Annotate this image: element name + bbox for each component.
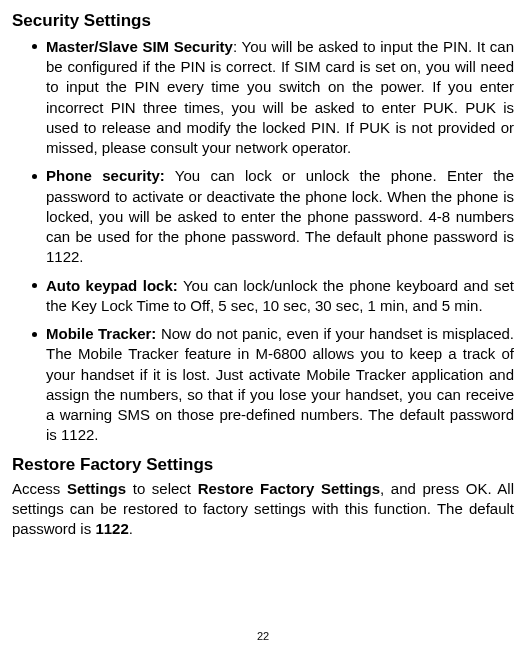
item-label: Mobile Tracker: bbox=[46, 325, 156, 342]
bullet-icon bbox=[32, 332, 37, 337]
item-label: Master/Slave SIM Security bbox=[46, 38, 233, 55]
bullet-icon bbox=[32, 174, 37, 179]
para-bold: 1122 bbox=[95, 520, 128, 537]
bullet-icon bbox=[32, 283, 37, 288]
bullet-icon bbox=[32, 44, 37, 49]
list-item: Phone security: You can lock or unlock t… bbox=[32, 166, 514, 267]
item-body: You will be asked to input the PIN. It c… bbox=[46, 38, 514, 156]
list-item: Auto keypad lock: You can lock/unlock th… bbox=[32, 276, 514, 317]
item-body: Now do not panic, even if your handset i… bbox=[46, 325, 514, 443]
para-text: . bbox=[129, 520, 133, 537]
security-settings-heading: Security Settings bbox=[12, 10, 514, 33]
page-number: 22 bbox=[12, 629, 514, 644]
security-settings-list: Master/Slave SIM Security: You will be a… bbox=[12, 37, 514, 446]
para-bold: Restore Factory Settings bbox=[198, 480, 380, 497]
list-item: Mobile Tracker: Now do not panic, even i… bbox=[32, 324, 514, 446]
item-label: Auto keypad lock: bbox=[46, 277, 178, 294]
item-label: Phone security: bbox=[46, 167, 165, 184]
restore-factory-heading: Restore Factory Settings bbox=[12, 454, 514, 477]
para-text: to select bbox=[126, 480, 198, 497]
para-bold: Settings bbox=[67, 480, 126, 497]
item-sep bbox=[165, 167, 175, 184]
list-item: Master/Slave SIM Security: You will be a… bbox=[32, 37, 514, 159]
para-text: Access bbox=[12, 480, 67, 497]
restore-factory-paragraph: Access Settings to select Restore Factor… bbox=[12, 479, 514, 540]
item-sep: : bbox=[233, 38, 242, 55]
